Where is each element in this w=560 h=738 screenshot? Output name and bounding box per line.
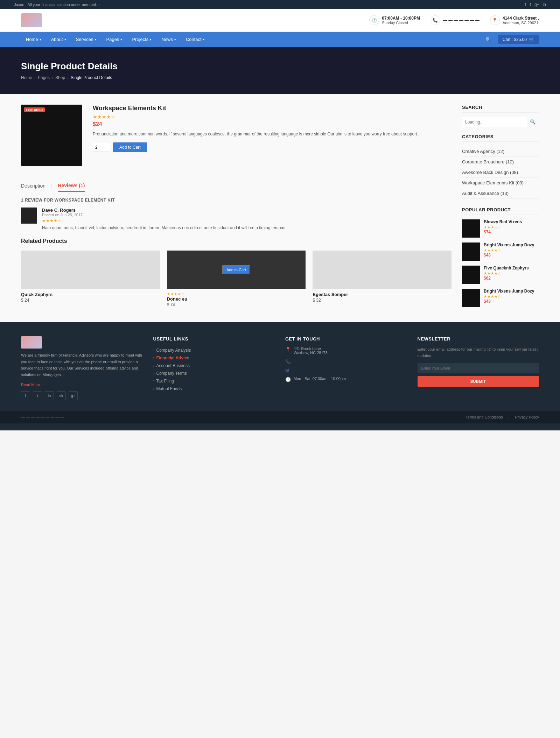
tab-separator: | [51,183,52,189]
popular-name-3[interactable]: Bright Vixens Jump Dozy [484,289,534,294]
footer-googleplus-icon[interactable]: g+ [69,391,78,400]
nav-home[interactable]: Home ▾ [21,32,46,47]
page-wrapper: FEATURED Workspace Elements Kit ★★★★☆ $2… [0,94,560,322]
logo-image [21,13,42,27]
tab-reviews[interactable]: Reviews (1) [58,180,85,192]
contact-email: ✉ — — — — — — — [285,367,407,373]
footer-skype-icon[interactable]: sk [57,391,66,400]
popular-info-3: Bright Vixens Jump Dozy ★★★★☆ $43 [484,289,534,304]
category-item-3[interactable]: Workapace Elemennts Kit (09) [462,178,539,188]
breadcrumb: Home › Pages › Shop › Single Product Det… [21,75,539,80]
category-item-1[interactable]: Corporate Brouchure (10) [462,157,539,167]
address-line2: Anderson, SC 29621 [503,21,538,25]
popular-item-1: Bright Vixens Jump Dozy ★★★★☆ $43 [462,243,539,261]
popular-info-0: Blowzy Red Vixens ★★★☆☆ $74 [484,219,522,234]
footer-link-0[interactable]: Company Analysis [153,346,275,354]
related-item-2: Add to Cart Egestas Semper $ 32 [313,251,451,307]
nav-right: 🔍 Cart : $25.00 🛒 [483,34,539,45]
googleplus-icon[interactable]: g+ [534,2,539,7]
popular-heading: POPULAR PRODUCT [462,207,539,215]
related-grid: Add to Cart Quick Zephyrs $ 24 Add to Ca… [21,251,451,307]
popular-img-0 [462,219,480,238]
phone-icon: 📞 [430,15,440,25]
footer-copyright: — — — — — — — — — [21,415,64,419]
footer-link-3[interactable]: Company Terms [153,370,275,377]
nav-news[interactable]: News ▾ [156,32,181,47]
footer-link-5[interactable]: Mutual Funds [153,385,275,393]
related-stars-1: ★★★★☆ [167,292,306,296]
footer-link-2[interactable]: Account Business [153,362,275,370]
category-item-2[interactable]: Awesome Back Design (08) [462,167,539,178]
footer-bottom-links: Terms and Conditions | Privacy Policy [465,415,539,419]
category-item-4[interactable]: Audit & Assurance (13) [462,188,539,199]
footer-social: f t in sk g+ [21,391,143,400]
category-item-0[interactable]: Creative Agency (12) [462,146,539,157]
footer-privacy-link[interactable]: Privacy Policy [515,415,539,419]
review-stars: ★★★★☆ [42,218,286,223]
sidebar: SEARCH 🔍 CATEGORIES Creative Agency (12)… [462,105,539,312]
hours-subtitle: Sunday Closed [382,21,408,25]
newsletter-desc: Enter your email address for our mailing… [418,346,539,359]
review-section: 1 REVIEW FOR WORKSPACE ELEMENT KIT Dave … [21,198,451,231]
breadcrumb-pages[interactable]: Pages [38,75,50,80]
search-icon[interactable]: 🔍 [483,34,494,45]
related-heading: Related Products [21,238,451,244]
top-bar-icons: f t g+ in [525,2,546,7]
footer-linkedin-icon[interactable]: in [45,391,54,400]
facebook-icon[interactable]: f [525,2,526,7]
nav-contact[interactable]: Contact ▾ [181,32,210,47]
phone-info: 📞 — — — — — — — [430,15,479,25]
nav-pages[interactable]: Pages ▾ [102,32,127,47]
linkedin-icon[interactable]: in [543,2,546,7]
footer-phone: — — — — — — — [294,358,327,363]
address-info: 📍 4144 Clark Street , Anderson, SC 29621 [490,15,539,25]
footer-link-1[interactable]: Financial Advice [153,354,275,362]
footer-link-4[interactable]: Tax Filing [153,377,275,385]
logo[interactable] [21,13,42,27]
twitter-icon[interactable]: t [530,2,531,7]
footer-links-heading: USEFUL LINKS [153,336,275,342]
email-icon: ✉ [285,368,289,373]
cart-icon: 🛒 [529,37,534,42]
related-name-1: Donec eu [167,296,306,302]
popular-price-2: $62 [484,276,529,281]
popular-price-0: $74 [484,230,522,234]
nav-about[interactable]: About ▾ [46,32,71,47]
quantity-input[interactable] [93,143,110,152]
nav-services[interactable]: Services ▾ [71,32,102,47]
breadcrumb-home[interactable]: Home [21,75,32,80]
newsletter-heading: NEWSLETTER [418,336,539,342]
newsletter-submit-button[interactable]: SUBMIT [418,376,539,387]
cart-button[interactable]: Cart : $25.00 🛒 [498,35,539,44]
cart-label: Cart : $25.00 [503,37,527,42]
newsletter-email-input[interactable] [418,363,539,373]
footer-twitter-icon[interactable]: t [33,391,42,400]
related-price-0: $ 24 [21,298,160,303]
footer-read-more[interactable]: Read More [21,382,40,387]
footer: We are a friendly firm of Financial Advi… [0,322,560,430]
related-item-0: Add to Cart Quick Zephyrs $ 24 [21,251,160,307]
footer-logo [21,336,42,349]
footer-terms-link[interactable]: Terms and Conditions [465,415,503,419]
popular-name-2[interactable]: Five Quacknh Zephyrs [484,266,529,270]
review-content: Dave C. Rogers Posted on Jun 25, 2017 ★★… [42,208,286,231]
navbar: Home ▾ About ▾ Services ▾ Pages ▾ Projec… [0,32,560,47]
popular-info-2: Five Quacknh Zephyrs ★★★★☆ $62 [484,266,529,281]
nav-projects[interactable]: Projects ▾ [127,32,156,47]
breadcrumb-sep1: › [34,75,36,80]
popular-name-1[interactable]: Bright Vixens Jump Dozy [484,243,534,247]
footer-links-list: Company Analysis Financial Advice Accoun… [153,346,275,393]
page-hero: Single Product Details Home › Pages › Sh… [0,47,560,94]
related-img-1: Add to Cart [167,251,306,289]
add-to-cart-button[interactable]: Add to Cart [113,142,147,152]
search-input[interactable] [462,117,527,127]
footer-facebook-icon[interactable]: f [21,391,30,400]
popular-name-0[interactable]: Blowzy Red Vixens [484,219,522,224]
footer-newsletter-col: NEWSLETTER Enter your email address for … [418,336,539,400]
breadcrumb-shop[interactable]: Shop [55,75,65,80]
tab-description[interactable]: Description [21,180,46,191]
related-add-cart-1[interactable]: Add to Cart [222,265,250,274]
search-button[interactable]: 🔍 [527,117,539,127]
business-hours: 🕐 07:00AM - 10:00PM Sunday Closed [369,15,420,25]
footer-address: 441 Brook LaneWaxhaw, NC 28173 [294,346,328,355]
